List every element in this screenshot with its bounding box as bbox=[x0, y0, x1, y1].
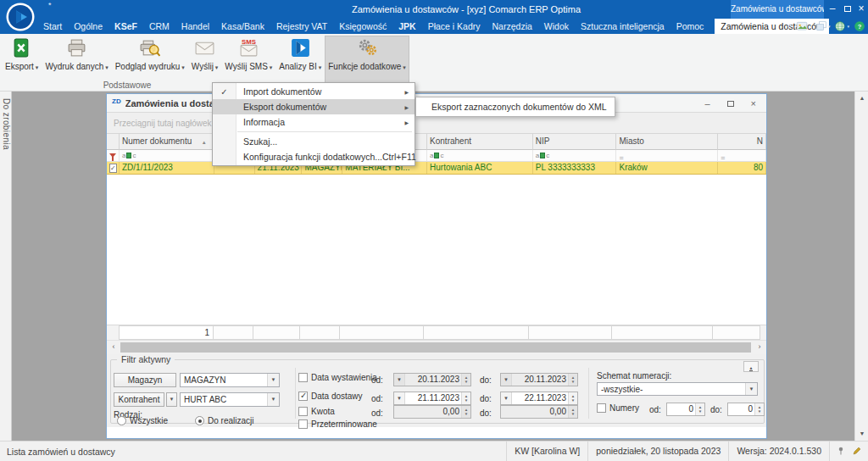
windows-cascade-icon[interactable]: ▾ bbox=[815, 20, 831, 32]
chevron-down-icon[interactable]: ▼ bbox=[501, 374, 512, 386]
kontrahent-combo[interactable]: HURT ABC▼ bbox=[180, 392, 280, 407]
print-preview-button[interactable]: Podgląd wydruku bbox=[112, 36, 188, 86]
tab-ogolne[interactable]: Ogólne bbox=[68, 19, 108, 34]
filter-cell[interactable] bbox=[427, 150, 533, 162]
spinner-updown-icon[interactable]: ▲▼ bbox=[461, 406, 470, 418]
tab-ksef[interactable]: KSeF bbox=[108, 19, 143, 34]
header-cell-netto[interactable]: N bbox=[718, 134, 766, 150]
menu-item-informacja[interactable]: Informacja ▶ bbox=[213, 114, 415, 130]
header-cell-miasto[interactable]: Miasto bbox=[616, 134, 718, 150]
spinner-updown-icon[interactable]: ▲▼ bbox=[568, 374, 577, 386]
globe-help-icon[interactable]: ▾ bbox=[834, 20, 849, 32]
chevron-down-icon[interactable]: ▼ bbox=[267, 393, 279, 406]
scroll-down-icon[interactable]: ▼ bbox=[855, 428, 868, 440]
tab-handel[interactable]: Handel bbox=[175, 19, 215, 34]
tab-rejestry-vat[interactable]: Rejestry VAT bbox=[270, 19, 333, 34]
data-wystawienia-od-spinner[interactable]: ▼20.11.2023▲▼ bbox=[393, 373, 471, 386]
tab-place-i-kadry[interactable]: Płace i Kadry bbox=[422, 19, 487, 34]
data-dostawy-do-spinner[interactable]: ▼22.11.2023▲▼ bbox=[500, 392, 578, 405]
radio-selected-icon[interactable] bbox=[195, 416, 204, 425]
vertical-scrollbar[interactable]: ▲ ▼ bbox=[854, 92, 868, 441]
window-close-button[interactable]: × bbox=[751, 98, 756, 108]
checkbox-checked-icon[interactable] bbox=[298, 392, 308, 401]
kontrahent-dropdown-button[interactable]: ▼ bbox=[166, 392, 177, 407]
kontrahent-button[interactable]: Kontrahent bbox=[114, 392, 164, 407]
window-minimize-button[interactable]: – bbox=[704, 98, 709, 108]
numery-checkbox[interactable]: Numery bbox=[597, 403, 639, 413]
chevron-down-icon[interactable]: ▼ bbox=[394, 392, 405, 404]
data-dostawy-od-spinner[interactable]: ▼21.11.2023▲▼ bbox=[393, 392, 471, 405]
checkbox-icon[interactable] bbox=[298, 407, 308, 416]
checkbox-icon[interactable] bbox=[298, 419, 308, 429]
tab-start[interactable]: Start bbox=[37, 19, 68, 34]
filter-cell[interactable] bbox=[718, 150, 766, 162]
send-sms-button[interactable]: SMS Wyślij SMS bbox=[221, 36, 275, 86]
menu-item-eksport-dokumentow[interactable]: Eksport dokumentów ▶ bbox=[213, 99, 415, 114]
spinner-updown-icon[interactable]: ▲▼ bbox=[754, 403, 764, 415]
menu-item-eksport-do-xml[interactable]: Eksport zaznaczonych dokumentów do XML bbox=[415, 97, 615, 117]
spinner-updown-icon[interactable]: ▲▼ bbox=[568, 406, 577, 418]
header-cell[interactable] bbox=[107, 134, 120, 150]
spinner-updown-icon[interactable]: ▲▼ bbox=[568, 392, 577, 404]
scroll-up-icon[interactable]: ▲ bbox=[855, 92, 868, 104]
additional-functions-button[interactable]: Funkcje dodatkowe bbox=[325, 36, 409, 86]
checkbox-icon[interactable] bbox=[298, 373, 308, 382]
radio-icon[interactable] bbox=[117, 416, 126, 425]
bi-analyses-button[interactable]: Analizy BI bbox=[275, 36, 325, 86]
chevron-down-icon[interactable]: ▼ bbox=[267, 374, 279, 386]
header-cell-nip[interactable]: NIP bbox=[533, 134, 617, 150]
header-cell-kontrahent[interactable]: Kontrahent bbox=[427, 134, 533, 150]
header-cell-numer-dokumentu[interactable]: Numer dokumentu▲ bbox=[120, 134, 214, 150]
tab-kasa-bank[interactable]: Kasa/Bank bbox=[215, 19, 270, 34]
numery-od-spinner[interactable]: 0▲▼ bbox=[666, 403, 705, 416]
tab-pomoc[interactable]: Pomoc bbox=[670, 19, 710, 34]
kwota-checkbox[interactable]: Kwota bbox=[298, 407, 335, 416]
titlebar-document-tab[interactable]: Zamówienia u dostawców bbox=[731, 0, 824, 19]
collapse-filter-button[interactable]: ▲ bbox=[743, 361, 759, 372]
scroll-right-icon[interactable]: › bbox=[753, 341, 766, 354]
menu-item-import-dokumentow[interactable]: ✓ Import dokumentów ▶ bbox=[213, 84, 415, 99]
menu-item-konfiguracja-funkcji[interactable]: Konfiguracja funkcji dodatkowych... Ctrl… bbox=[213, 149, 415, 164]
tab-widok[interactable]: Widok bbox=[538, 19, 575, 34]
tab-jpk[interactable]: JPK bbox=[392, 19, 421, 34]
edit-pencil-icon[interactable] bbox=[852, 446, 862, 458]
export-button[interactable]: Eksport bbox=[2, 36, 42, 86]
numery-do-spinner[interactable]: 0▲▼ bbox=[727, 403, 765, 416]
scroll-left-icon[interactable]: ‹ bbox=[107, 341, 120, 354]
checkbox-icon[interactable] bbox=[597, 403, 606, 413]
radio-wszystkie[interactable]: Wszystkie bbox=[117, 416, 168, 425]
data-wystawienia-do-spinner[interactable]: ▼20.11.2023▲▼ bbox=[500, 373, 578, 386]
panel-view-icon[interactable]: ▾ bbox=[796, 20, 811, 32]
row-checkbox[interactable] bbox=[109, 164, 117, 173]
tab-sztuczna-inteligencja[interactable]: Sztuczna inteligencja bbox=[575, 19, 670, 34]
table-row-selected[interactable]: ZD/1/11/2023 21.11.2023 MAGAZYN MATERIAŁ… bbox=[107, 162, 766, 175]
schemat-numeracji-combo[interactable]: -wszystkie-▼ bbox=[597, 382, 758, 396]
chevron-down-icon[interactable]: ▼ bbox=[745, 383, 757, 395]
spinner-updown-icon[interactable]: ▲▼ bbox=[695, 403, 704, 415]
spinner-updown-icon[interactable]: ▲▼ bbox=[461, 392, 470, 404]
minimize-button[interactable]: – bbox=[826, 0, 839, 19]
pin-icon[interactable] bbox=[836, 446, 846, 458]
help-chat-icon[interactable]: ? bbox=[854, 20, 865, 32]
row-cell-numer[interactable]: ZD/1/11/2023 bbox=[120, 162, 214, 174]
row-cell-kontrahent[interactable]: Hurtowania ABC bbox=[427, 162, 533, 174]
filter-cell[interactable] bbox=[120, 150, 214, 162]
tab-narzedzia[interactable]: Narzędzia bbox=[487, 19, 538, 34]
filter-cell[interactable] bbox=[616, 150, 718, 162]
row-cell-miasto[interactable]: Kraków bbox=[616, 162, 718, 174]
magazyn-button[interactable]: Magazyn bbox=[114, 373, 176, 387]
row-cell-nip[interactable]: PL 3333333333 bbox=[533, 162, 617, 174]
tab-ksiegowosc[interactable]: Księgowość bbox=[333, 19, 392, 34]
todo-side-panel[interactable]: Do zrobienia bbox=[0, 92, 12, 441]
maximize-button[interactable] bbox=[841, 0, 854, 19]
scrollbar-thumb[interactable] bbox=[120, 342, 751, 353]
menu-item-szukaj[interactable]: Szukaj... bbox=[213, 134, 415, 149]
row-cell-netto[interactable]: 80 bbox=[718, 162, 766, 174]
print-data-button[interactable]: Wydruk danych bbox=[42, 36, 111, 86]
kwota-od-spinner[interactable]: 0,00▲▼ bbox=[393, 405, 471, 419]
horizontal-scrollbar[interactable]: ‹ › bbox=[107, 340, 766, 354]
kwota-do-spinner[interactable]: 0,00▲▼ bbox=[500, 405, 578, 419]
comarch-logo-icon[interactable] bbox=[6, 3, 35, 31]
data-dostawy-checkbox[interactable]: Data dostawy bbox=[298, 392, 363, 401]
filter-funnel-icon[interactable] bbox=[109, 153, 116, 158]
